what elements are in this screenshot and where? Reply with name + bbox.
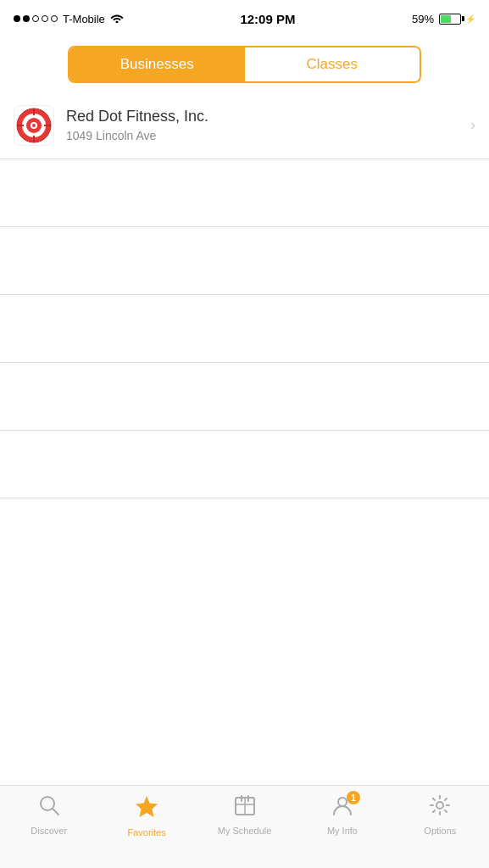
business-name: Red Dot Fitness, Inc. (66, 108, 462, 125)
segment-bar: Businesses Classes (0, 37, 489, 92)
status-bar: T-Mobile 12:09 PM 59% ⚡ (0, 0, 489, 37)
battery-percentage: 59% (412, 13, 434, 25)
status-right: 59% ⚡ (412, 13, 475, 25)
signal-icon (14, 15, 58, 22)
tab-options-label: Options (424, 826, 456, 836)
svg-marker-11 (136, 796, 158, 817)
person-icon: 1 (331, 794, 353, 822)
empty-row (0, 159, 489, 227)
svg-line-10 (53, 809, 58, 815)
tab-favorites[interactable]: Favorites (97, 794, 195, 837)
svg-point-4 (32, 124, 36, 127)
clock: 12:09 PM (240, 12, 295, 26)
tab-myinfo[interactable]: 1 My Info (293, 794, 391, 836)
charging-icon: ⚡ (465, 14, 475, 24)
chevron-right-icon: › (470, 116, 475, 134)
business-info: Red Dot Fitness, Inc. 1049 Lincoln Ave (66, 108, 462, 142)
business-logo (14, 105, 54, 146)
schedule-icon (234, 794, 256, 822)
classes-tab[interactable]: Classes (245, 47, 420, 81)
business-address: 1049 Lincoln Ave (66, 129, 462, 142)
svg-point-18 (436, 802, 443, 809)
search-icon (38, 794, 60, 822)
tab-favorites-label: Favorites (127, 827, 165, 837)
svg-point-17 (338, 798, 347, 806)
empty-row (0, 227, 489, 295)
myinfo-badge: 1 (347, 791, 360, 804)
star-icon (135, 794, 158, 824)
segment-control: Businesses Classes (68, 46, 421, 83)
main-content: Red Dot Fitness, Inc. 1049 Lincoln Ave › (0, 92, 489, 790)
battery-icon: ⚡ (439, 14, 475, 25)
empty-row (0, 295, 489, 363)
tab-schedule-label: My Schedule (218, 826, 272, 836)
empty-row (0, 363, 489, 431)
tab-options[interactable]: Options (392, 794, 489, 836)
wifi-icon (110, 12, 124, 25)
tab-discover[interactable]: Discover (0, 794, 97, 836)
tab-myinfo-label: My Info (327, 826, 358, 836)
carrier-label: T-Mobile (63, 13, 105, 25)
tab-schedule[interactable]: My Schedule (196, 794, 293, 836)
gear-icon (429, 794, 451, 822)
businesses-tab[interactable]: Businesses (69, 47, 245, 81)
empty-row (0, 431, 489, 498)
list-item[interactable]: Red Dot Fitness, Inc. 1049 Lincoln Ave › (0, 92, 489, 159)
tab-discover-label: Discover (31, 826, 67, 836)
status-left: T-Mobile (14, 12, 124, 25)
tab-bar: Discover Favorites My Schedule (0, 785, 489, 868)
